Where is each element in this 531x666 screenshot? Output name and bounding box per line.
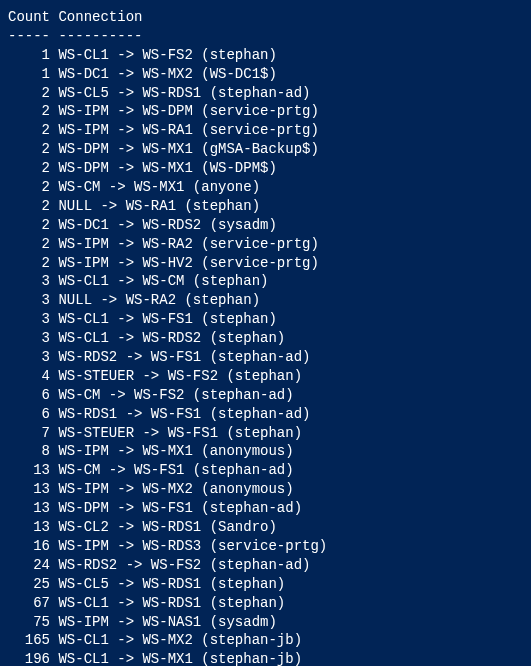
table-row: 13 WS-CL2 -> WS-RDS1 (Sandro): [8, 518, 523, 537]
table-row: 2 WS-DPM -> WS-MX1 (gMSA-Backup$): [8, 140, 523, 159]
cell-count: 3: [8, 273, 50, 289]
cell-connection: NULL -> WS-RA1 (stephan): [58, 198, 260, 214]
cell-count: 3: [8, 292, 50, 308]
cell-count: 2: [8, 198, 50, 214]
table-row: 165 WS-CL1 -> WS-MX2 (stephan-jb): [8, 631, 523, 650]
cell-connection: WS-STEUER -> WS-FS1 (stephan): [58, 425, 302, 441]
cell-count: 2: [8, 122, 50, 138]
table-row: 4 WS-STEUER -> WS-FS2 (stephan): [8, 367, 523, 386]
table-row: 13 WS-CM -> WS-FS1 (stephan-ad): [8, 461, 523, 480]
cell-connection: WS-RDS2 -> WS-FS1 (stephan-ad): [58, 349, 310, 365]
cell-connection: WS-CL2 -> WS-RDS1 (Sandro): [58, 519, 276, 535]
header-connection: Connection: [58, 9, 142, 25]
cell-connection: WS-CL1 -> WS-CM (stephan): [58, 273, 268, 289]
cell-connection: WS-CM -> WS-MX1 (anyone): [58, 179, 260, 195]
cell-connection: WS-CL1 -> WS-RDS1 (stephan): [58, 595, 285, 611]
cell-count: 3: [8, 349, 50, 365]
cell-count: 2: [8, 160, 50, 176]
table-row: 6 WS-CM -> WS-FS2 (stephan-ad): [8, 386, 523, 405]
table-row: 25 WS-CL5 -> WS-RDS1 (stephan): [8, 575, 523, 594]
cell-count: 25: [8, 576, 50, 592]
table-row: 2 WS-IPM -> WS-RA1 (service-prtg): [8, 121, 523, 140]
cell-count: 1: [8, 47, 50, 63]
cell-connection: WS-RDS2 -> WS-FS2 (stephan-ad): [58, 557, 310, 573]
cell-connection: WS-STEUER -> WS-FS2 (stephan): [58, 368, 302, 384]
table-row: 3 WS-CL1 -> WS-CM (stephan): [8, 272, 523, 291]
cell-count: 1: [8, 66, 50, 82]
table-row: 2 WS-CM -> WS-MX1 (anyone): [8, 178, 523, 197]
table-row: 2 WS-IPM -> WS-DPM (service-prtg): [8, 102, 523, 121]
cell-connection: WS-CM -> WS-FS1 (stephan-ad): [58, 462, 293, 478]
cell-connection: WS-CL1 -> WS-RDS2 (stephan): [58, 330, 285, 346]
cell-count: 6: [8, 387, 50, 403]
table-row: 8 WS-IPM -> WS-MX1 (anonymous): [8, 442, 523, 461]
cell-connection: WS-IPM -> WS-RA1 (service-prtg): [58, 122, 318, 138]
table-divider: ----- ----------: [8, 27, 523, 46]
cell-count: 7: [8, 425, 50, 441]
cell-connection: WS-DPM -> WS-FS1 (stephan-ad): [58, 500, 302, 516]
cell-count: 13: [8, 519, 50, 535]
cell-connection: WS-DC1 -> WS-RDS2 (sysadm): [58, 217, 276, 233]
cell-count: 2: [8, 236, 50, 252]
table-row: 13 WS-DPM -> WS-FS1 (stephan-ad): [8, 499, 523, 518]
cell-connection: WS-IPM -> WS-RDS3 (service-prtg): [58, 538, 327, 554]
cell-connection: NULL -> WS-RA2 (stephan): [58, 292, 260, 308]
cell-count: 6: [8, 406, 50, 422]
cell-connection: WS-IPM -> WS-MX1 (anonymous): [58, 443, 293, 459]
cell-connection: WS-DPM -> WS-MX1 (gMSA-Backup$): [58, 141, 318, 157]
cell-count: 13: [8, 462, 50, 478]
table-row: 75 WS-IPM -> WS-NAS1 (sysadm): [8, 613, 523, 632]
cell-connection: WS-RDS1 -> WS-FS1 (stephan-ad): [58, 406, 310, 422]
cell-count: 2: [8, 103, 50, 119]
cell-connection: WS-CL5 -> WS-RDS1 (stephan-ad): [58, 85, 310, 101]
cell-count: 2: [8, 179, 50, 195]
cell-count: 3: [8, 311, 50, 327]
cell-count: 2: [8, 141, 50, 157]
table-row: 16 WS-IPM -> WS-RDS3 (service-prtg): [8, 537, 523, 556]
table-header: Count Connection: [8, 8, 523, 27]
cell-count: 2: [8, 85, 50, 101]
divider-count: -----: [8, 28, 50, 44]
table-row: 2 WS-DPM -> WS-MX1 (WS-DPM$): [8, 159, 523, 178]
cell-connection: WS-CL5 -> WS-RDS1 (stephan): [58, 576, 285, 592]
cell-connection: WS-IPM -> WS-MX2 (anonymous): [58, 481, 293, 497]
divider-connection: ----------: [58, 28, 142, 44]
table-row: 2 WS-IPM -> WS-RA2 (service-prtg): [8, 235, 523, 254]
table-row: 2 WS-DC1 -> WS-RDS2 (sysadm): [8, 216, 523, 235]
cell-connection: WS-IPM -> WS-HV2 (service-prtg): [58, 255, 318, 271]
table-row: 67 WS-CL1 -> WS-RDS1 (stephan): [8, 594, 523, 613]
cell-connection: WS-CM -> WS-FS2 (stephan-ad): [58, 387, 293, 403]
table-row: 2 WS-CL5 -> WS-RDS1 (stephan-ad): [8, 84, 523, 103]
cell-connection: WS-IPM -> WS-NAS1 (sysadm): [58, 614, 276, 630]
cell-connection: WS-IPM -> WS-DPM (service-prtg): [58, 103, 318, 119]
cell-connection: WS-CL1 -> WS-FS2 (stephan): [58, 47, 276, 63]
table-row: 3 NULL -> WS-RA2 (stephan): [8, 291, 523, 310]
table-row: 3 WS-CL1 -> WS-FS1 (stephan): [8, 310, 523, 329]
cell-count: 16: [8, 538, 50, 554]
table-row: 24 WS-RDS2 -> WS-FS2 (stephan-ad): [8, 556, 523, 575]
cell-count: 13: [8, 481, 50, 497]
table-row: 2 NULL -> WS-RA1 (stephan): [8, 197, 523, 216]
cell-count: 2: [8, 255, 50, 271]
table-row: 196 WS-CL1 -> WS-MX1 (stephan-jb): [8, 650, 523, 666]
cell-count: 67: [8, 595, 50, 611]
cell-count: 196: [8, 651, 50, 666]
cell-connection: WS-DPM -> WS-MX1 (WS-DPM$): [58, 160, 276, 176]
cell-count: 2: [8, 217, 50, 233]
cell-count: 24: [8, 557, 50, 573]
cell-connection: WS-IPM -> WS-RA2 (service-prtg): [58, 236, 318, 252]
table-row: 3 WS-CL1 -> WS-RDS2 (stephan): [8, 329, 523, 348]
cell-count: 165: [8, 632, 50, 648]
table-row: 1 WS-CL1 -> WS-FS2 (stephan): [8, 46, 523, 65]
cell-connection: WS-DC1 -> WS-MX2 (WS-DC1$): [58, 66, 276, 82]
header-count: Count: [8, 9, 50, 25]
cell-count: 13: [8, 500, 50, 516]
cell-connection: WS-CL1 -> WS-MX2 (stephan-jb): [58, 632, 302, 648]
cell-count: 4: [8, 368, 50, 384]
table-row: 13 WS-IPM -> WS-MX2 (anonymous): [8, 480, 523, 499]
cell-count: 3: [8, 330, 50, 346]
cell-connection: WS-CL1 -> WS-FS1 (stephan): [58, 311, 276, 327]
cell-connection: WS-CL1 -> WS-MX1 (stephan-jb): [58, 651, 302, 666]
table-row: 1 WS-DC1 -> WS-MX2 (WS-DC1$): [8, 65, 523, 84]
cell-count: 8: [8, 443, 50, 459]
